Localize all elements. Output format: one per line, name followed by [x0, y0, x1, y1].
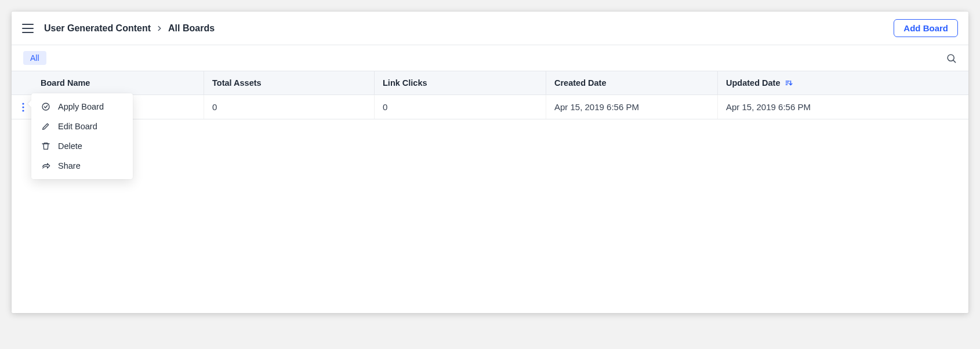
- table-header: Board Name Total Assets Link Clicks Crea…: [12, 71, 968, 95]
- cell-total-assets: 0: [204, 95, 375, 119]
- trash-icon: [41, 141, 51, 151]
- row-actions-menu: Apply Board Edit Board Delete: [31, 93, 133, 179]
- menu-edit-board-label: Edit Board: [58, 122, 97, 131]
- top-header: User Generated Content All Boards Add Bo…: [12, 12, 968, 45]
- svg-point-9: [42, 103, 49, 110]
- add-board-button[interactable]: Add Board: [894, 19, 958, 37]
- share-icon: [41, 161, 51, 171]
- breadcrumb-current[interactable]: All Boards: [168, 23, 215, 34]
- column-header-name[interactable]: Board Name: [12, 71, 204, 94]
- filter-bar: All: [12, 45, 968, 71]
- sort-desc-icon: [785, 79, 793, 87]
- row-actions-cell: Apply Board Edit Board Delete: [12, 95, 35, 119]
- table-row: Apply Board Edit Board Delete: [12, 95, 968, 119]
- menu-share-label: Share: [58, 161, 81, 170]
- app-window: User Generated Content All Boards Add Bo…: [12, 12, 968, 313]
- menu-delete[interactable]: Delete: [31, 136, 133, 156]
- svg-point-7: [22, 106, 24, 108]
- menu-delete-label: Delete: [58, 141, 82, 151]
- search-icon[interactable]: [946, 53, 957, 64]
- column-header-created[interactable]: Created Date: [546, 71, 718, 94]
- menu-share[interactable]: Share: [31, 156, 133, 176]
- cell-link-clicks: 0: [375, 95, 546, 119]
- menu-edit-board[interactable]: Edit Board: [31, 117, 133, 136]
- cell-updated-date: Apr 15, 2019 6:56 PM: [718, 95, 968, 119]
- chevron-right-icon: [155, 24, 164, 32]
- menu-icon[interactable]: [22, 24, 34, 33]
- filter-all-pill[interactable]: All: [23, 51, 46, 65]
- svg-point-8: [22, 110, 24, 111]
- column-header-assets[interactable]: Total Assets: [204, 71, 375, 94]
- menu-apply-board-label: Apply Board: [58, 102, 104, 111]
- column-header-updated[interactable]: Updated Date: [718, 71, 968, 94]
- svg-line-1: [953, 60, 956, 62]
- svg-point-6: [22, 103, 24, 104]
- pencil-icon: [41, 121, 51, 132]
- cell-created-date: Apr 15, 2019 6:56 PM: [546, 95, 718, 119]
- breadcrumb-parent[interactable]: User Generated Content: [44, 23, 151, 34]
- check-circle-icon: [41, 101, 51, 112]
- menu-apply-board[interactable]: Apply Board: [31, 97, 133, 117]
- breadcrumb: User Generated Content All Boards: [44, 23, 215, 34]
- column-header-clicks[interactable]: Link Clicks: [375, 71, 546, 94]
- column-header-updated-label: Updated Date: [726, 78, 780, 88]
